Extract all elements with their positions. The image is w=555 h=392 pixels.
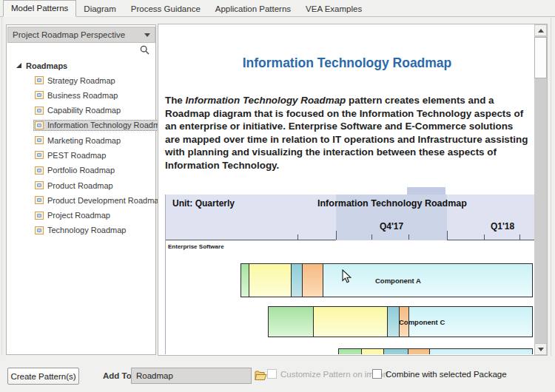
tree-item-portfolio-roadmap[interactable]: Portfolio Roadmap <box>33 165 118 176</box>
scrollbar-thumb[interactable] <box>534 37 547 78</box>
pattern-description: The Information Technology Roadmap patte… <box>165 94 531 172</box>
timeline-tick <box>519 234 520 240</box>
pattern-icon <box>35 76 44 84</box>
tree-item-product-development-roadmap[interactable]: Product Development Roadmap <box>33 195 166 206</box>
footer-bar: Create Pattern(s) Add To: Customize Patt… <box>0 356 555 392</box>
tree-item-product-roadmap[interactable]: Product Roadmap <box>33 180 116 191</box>
phase-segment-teal <box>383 348 408 354</box>
tree-item-label: Project Roadmap <box>47 211 110 220</box>
phase-segment-teal <box>387 306 400 337</box>
search-icon[interactable] <box>140 45 149 55</box>
tree-item-label: Portfolio Roadmap <box>47 166 115 175</box>
roadmap-timeline-header: Unit: Quarterly Information Technology R… <box>166 195 535 240</box>
roadmap-diagram-title: Information Technology Roadmap <box>317 198 467 209</box>
tree-item-label: Capability Roadmap <box>47 106 121 115</box>
add-to-label: Add To: <box>103 371 135 380</box>
checkbox-icon <box>372 369 382 379</box>
window-left-edge <box>1 18 2 392</box>
bar-label: Component A <box>375 277 421 285</box>
pattern-icon <box>35 196 44 204</box>
bar-label: Component C <box>399 318 445 326</box>
pattern-preview-panel: Information Technology Roadmap The Infor… <box>158 24 548 356</box>
phase-segment-yellow <box>249 263 292 297</box>
description-pre: The <box>165 95 186 106</box>
phase-segment-orange <box>302 263 323 297</box>
roadmap-bar-component-a: Component A <box>240 263 533 297</box>
timeline-tick <box>447 231 448 240</box>
page-title: Information Technology Roadmap <box>165 55 529 71</box>
pattern-icon <box>35 166 44 175</box>
pattern-icon <box>35 136 44 144</box>
scroll-down-button[interactable] <box>534 343 547 355</box>
tree-item-label: Product Roadmap <box>47 181 113 190</box>
create-pattern-button[interactable]: Create Pattern(s) <box>7 368 79 385</box>
tree-item-label: Business Roadmap <box>47 91 118 100</box>
tab-application-patterns[interactable]: Application Patterns <box>208 1 298 17</box>
open-folder-icon <box>255 371 267 381</box>
tree-item-label: Technology Roadmap <box>47 226 126 234</box>
tree-root-roadmaps[interactable]: Roadmaps <box>7 59 155 72</box>
combine-package-checkbox[interactable]: Combine with selected Package <box>372 369 507 379</box>
unit-label: Unit: Quarterly <box>172 198 235 209</box>
tree-item-label: Information Technology Roadmap <box>47 121 169 129</box>
tree-item-pest-roadmap[interactable]: PEST Roadmap <box>33 149 109 160</box>
pattern-icon <box>35 91 44 99</box>
tree-item-label: PEST Roadmap <box>47 151 106 160</box>
tree-root-label: Roadmaps <box>26 61 67 70</box>
timeline-tick <box>484 234 485 240</box>
vertical-scrollbar[interactable] <box>534 24 547 355</box>
roadmap-bar-component-c: Component C <box>268 306 533 337</box>
lane-label: Enterprise Software <box>168 243 224 250</box>
tree-item-business-roadmap[interactable]: Business Roadmap <box>33 89 121 101</box>
tab-vea-examples[interactable]: VEA Examples <box>298 1 369 17</box>
combine-package-label: Combine with selected Package <box>386 370 507 379</box>
checkbox-icon <box>267 369 277 379</box>
tree-item-information-technology-roadmap[interactable]: Information Technology Roadmap <box>33 120 172 131</box>
arrow-up-icon <box>538 29 544 33</box>
phase-segment-green <box>268 306 314 337</box>
roadmap-bar-partial <box>338 348 533 354</box>
scroll-up-button[interactable] <box>534 24 547 36</box>
mouse-cursor-icon <box>342 269 352 283</box>
timeline-tick <box>371 234 372 240</box>
tree-item-technology-roadmap[interactable]: Technology Roadmap <box>33 225 129 236</box>
perspective-dropdown[interactable]: Project Roadmap Perspective <box>7 27 155 43</box>
phase-segment-teal <box>291 263 303 297</box>
tree-item-capability-roadmap[interactable]: Capability Roadmap <box>33 105 124 116</box>
timeline-tick <box>297 234 298 240</box>
description-post: pattern creates elements and a Roadmap d… <box>165 95 528 171</box>
roadmap-diagram: Unit: Quarterly Information Technology R… <box>165 195 535 354</box>
phase-segment-yellow <box>361 348 384 354</box>
phase-segment-yellow <box>313 306 388 337</box>
arrow-down-icon <box>538 348 544 351</box>
pattern-browser-panel: Project Roadmap Perspective Roadmaps Str… <box>6 24 156 355</box>
tab-bar: Model PatternsDiagramProcess GuidanceApp… <box>0 0 555 17</box>
perspective-dropdown-value: Project Roadmap Perspective <box>13 30 125 39</box>
tree-item-strategy-roadmap[interactable]: Strategy Roadmap <box>33 75 118 86</box>
phase-segment-cyan <box>429 348 533 354</box>
customize-pattern-checkbox: Customize Pattern on import <box>267 369 388 379</box>
tab-diagram[interactable]: Diagram <box>76 1 123 17</box>
quarter-label: Q4'17 <box>336 221 447 232</box>
pattern-icon <box>35 151 44 159</box>
tab-model-patterns[interactable]: Model Patterns <box>3 0 76 17</box>
pattern-tree: Roadmaps Strategy RoadmapBusiness Roadma… <box>7 59 155 237</box>
phase-segment-orange <box>408 348 430 354</box>
tree-item-label: Product Development Roadmap <box>47 196 164 205</box>
add-to-input[interactable] <box>131 368 252 384</box>
tree-item-label: Marketing Roadmap <box>47 136 121 145</box>
pattern-icon <box>35 226 44 234</box>
phase-segment-green <box>338 348 362 354</box>
timeline-tick <box>336 231 337 240</box>
tab-process-guidance[interactable]: Process Guidance <box>124 1 208 17</box>
timeline-tick <box>408 234 409 240</box>
description-italic: Information Technology Roadmap <box>186 95 346 106</box>
search-bar[interactable] <box>7 43 155 57</box>
pattern-icon <box>35 121 44 129</box>
tree-item-project-roadmap[interactable]: Project Roadmap <box>33 210 113 221</box>
quarter-label: Q1'18 <box>447 221 535 232</box>
tree-item-marketing-roadmap[interactable]: Marketing Roadmap <box>33 135 124 146</box>
browse-folder-button[interactable] <box>254 368 267 383</box>
expand-collapse-icon[interactable] <box>16 63 21 68</box>
tree-item-label: Strategy Roadmap <box>47 76 115 85</box>
